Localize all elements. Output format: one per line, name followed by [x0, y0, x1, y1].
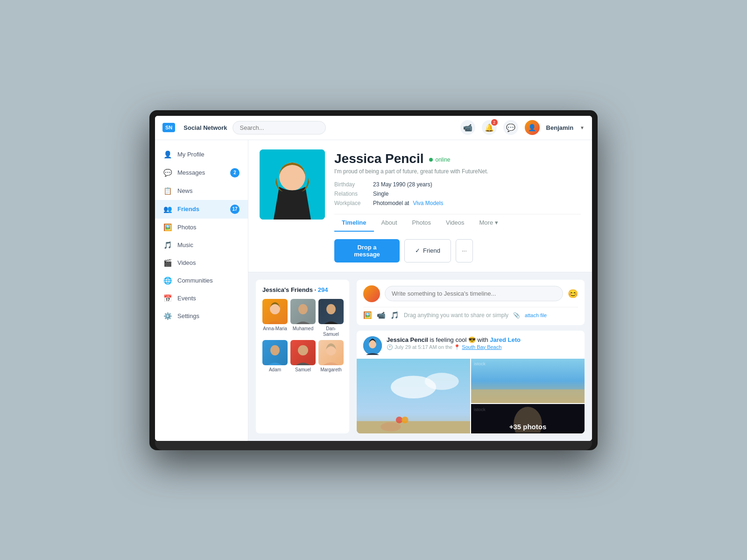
communities-icon: 🌐 [163, 276, 172, 285]
tab-videos[interactable]: Videos [438, 214, 472, 232]
main-layout: 👤 My Profile 💬 Messages 2 📋 News 👥 Frien… [155, 140, 592, 441]
content-area: Jessica Pencil online I'm proud of being… [248, 140, 592, 441]
tab-about[interactable]: About [374, 214, 405, 232]
search-input[interactable] [233, 121, 326, 135]
friend-button[interactable]: ✓ Friend [404, 239, 451, 262]
drag-text: Drag anything you want to share or simpl… [404, 312, 508, 319]
sidebar-label-messages: Messages [177, 169, 205, 176]
music-post-icon[interactable]: 🎵 [390, 311, 399, 319]
friends-section-title: Jessica's Friends · 294 [262, 286, 343, 293]
sidebar-label-news: News [177, 187, 193, 194]
friend-name-samuel: Samuel [290, 367, 316, 373]
sidebar-item-my-profile[interactable]: 👤 My Profile [155, 146, 248, 163]
friend-label: Friend [423, 247, 440, 254]
svg-point-15 [381, 422, 401, 431]
sidebar: 👤 My Profile 💬 Messages 2 📋 News 👥 Frien… [155, 140, 248, 441]
attach-link[interactable]: attach file [525, 312, 547, 318]
friend-avatar-margareth [318, 340, 344, 365]
notifications-badge: 2 [491, 119, 498, 126]
friend-avatar-samuel [290, 340, 316, 365]
sidebar-item-music[interactable]: 🎵 Music [155, 236, 248, 254]
sidebar-label-settings: Settings [177, 312, 199, 319]
list-item[interactable]: Dan-Samuel [318, 299, 344, 337]
timeline-section: 😊 🖼️ 📹 🎵 Drag anything you want to share… [357, 280, 585, 433]
sidebar-label-my-profile: My Profile [177, 151, 204, 158]
post-image-side2[interactable]: istock +35 photos [471, 404, 585, 433]
profile-header: Jessica Pencil online I'm proud of being… [248, 140, 592, 272]
location-icon: 📍 [454, 344, 460, 350]
online-dot [429, 158, 433, 162]
avatar: 👤 [525, 120, 540, 135]
profile-name: Jessica Pencil [334, 151, 423, 166]
birthday-value: 23 May 1990 (28 years) [373, 181, 432, 188]
tab-more[interactable]: More ▾ [472, 214, 506, 232]
relations-label: Relations [334, 191, 369, 197]
videos-icon: 🎬 [163, 259, 172, 267]
friend-name-margareth: Margareth [318, 367, 344, 373]
emoji-icon[interactable]: 😊 [568, 289, 578, 299]
video-post-icon[interactable]: 📹 [377, 311, 386, 319]
more-photos-overlay: +35 photos [509, 423, 547, 431]
svg-point-5 [326, 304, 336, 314]
post-header: Jessica Pencil is feeling cool 😎 with Ja… [357, 331, 585, 359]
list-item[interactable]: Anna-Maria [262, 299, 288, 337]
sidebar-item-photos[interactable]: 🖼️ Photos [155, 219, 248, 236]
photo-post-icon[interactable]: 🖼️ [363, 311, 372, 319]
messages-nav-icon: 💬 [163, 169, 172, 177]
sidebar-label-photos: Photos [177, 224, 196, 231]
workplace-link[interactable]: Viva Models [413, 200, 443, 206]
friends-icon: 👥 [163, 205, 172, 213]
post-card: Jessica Pencil is feeling cool 😎 with Ja… [357, 331, 585, 433]
post-actions: 🖼️ 📹 🎵 Drag anything you want to share o… [363, 307, 578, 319]
sidebar-item-friends[interactable]: 👥 Friends 17 [155, 200, 248, 219]
sidebar-label-friends: Friends [177, 206, 199, 213]
list-item[interactable]: Margareth [318, 340, 344, 373]
sidebar-item-communities[interactable]: 🌐 Communities [155, 272, 248, 290]
list-item[interactable]: Samuel [290, 340, 316, 373]
sidebar-item-settings[interactable]: ⚙️ Settings [155, 307, 248, 325]
events-icon: 📅 [163, 294, 172, 303]
sidebar-label-music: Music [177, 241, 193, 248]
more-options-button[interactable]: ··· [456, 239, 473, 262]
post-author-name: Jessica Pencil is feeling cool 😎 with Ja… [387, 336, 521, 343]
list-item[interactable]: Adam [262, 340, 288, 373]
sidebar-item-events[interactable]: 📅 Events [155, 290, 248, 307]
svg-point-6 [270, 345, 280, 355]
friends-badge: 17 [230, 205, 240, 214]
friends-grid: Anna-Maria Muhamed [262, 299, 343, 373]
location-link[interactable]: South Bay Beach [462, 344, 501, 350]
messages-icon[interactable]: 💬 [503, 120, 518, 135]
keyboard-base [155, 441, 592, 450]
sidebar-item-videos[interactable]: 🎬 Videos [155, 254, 248, 272]
post-author-avatar [363, 285, 380, 302]
profile-icon: 👤 [163, 150, 172, 159]
post-tagged[interactable]: Jared Leto [490, 336, 521, 343]
list-item[interactable]: Muhamed [290, 299, 316, 337]
post-image-side1[interactable]: istock [471, 359, 585, 403]
write-post: 😊 🖼️ 📹 🎵 Drag anything you want to share… [357, 280, 585, 325]
topbar: SN Social Network 📹 🔔 2 💬 👤 Benjamin ▼ [155, 116, 592, 140]
friend-name-dan: Dan-Samuel [318, 326, 344, 337]
sidebar-label-events: Events [177, 295, 196, 302]
settings-icon: ⚙️ [163, 312, 172, 320]
post-input[interactable] [385, 286, 563, 301]
sidebar-item-messages[interactable]: 💬 Messages 2 [155, 163, 248, 182]
status-label: online [435, 156, 450, 163]
notifications-icon[interactable]: 🔔 2 [482, 120, 497, 135]
tab-photos[interactable]: Photos [405, 214, 438, 232]
action-buttons: Drop a message ✓ Friend ··· [334, 239, 581, 262]
messages-badge: 2 [230, 168, 240, 177]
svg-text:istock: istock [474, 361, 486, 366]
video-call-icon[interactable]: 📹 [460, 120, 475, 135]
post-status: is feeling cool 😎 with [430, 336, 490, 343]
tab-timeline[interactable]: Timeline [334, 214, 374, 232]
clock-icon: 🕐 [387, 344, 393, 350]
sidebar-item-news[interactable]: 📋 News [155, 182, 248, 200]
post-images: istock istock [357, 359, 585, 433]
post-image-main[interactable] [357, 359, 470, 433]
post-info: Jessica Pencil is feeling cool 😎 with Ja… [387, 336, 521, 350]
user-name: Benjamin [546, 124, 574, 131]
drop-message-button[interactable]: Drop a message [334, 239, 400, 262]
chevron-down-icon[interactable]: ▼ [580, 125, 585, 130]
sidebar-label-communities: Communities [177, 277, 213, 284]
